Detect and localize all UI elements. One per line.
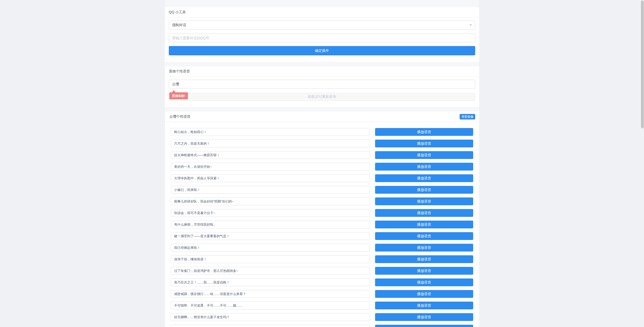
voice-line-text[interactable]: 小贼们，我来啦！ — [171, 186, 370, 194]
qq-tool-title: QQ 小工具 — [169, 10, 186, 15]
voice-line-text[interactable] — [171, 325, 370, 327]
voice-line-row: 我已经燃起来啦！ 播放语音 — [171, 244, 473, 252]
play-voice-button[interactable]: 播放语音 — [375, 267, 473, 275]
refresh-query-wrap: 英雄名称! 刷新后可重新查询 — [169, 93, 475, 101]
play-voice-button[interactable]: 播放语音 — [375, 232, 473, 240]
play-voice-button[interactable]: 播放语音 — [375, 290, 473, 298]
voice-line-text[interactable]: 戒骄戒躁，慎言慎行……哈……后面是什么来着？ — [171, 290, 370, 298]
voice-line-row: 小贼们，我来啦！ 播放语音 — [171, 186, 473, 194]
voice-line-text[interactable]: 有什么麻烦，尽管找我好啦。 — [171, 221, 370, 228]
voice-line-row: 保持干劲，继续前进！ 播放语音 — [171, 255, 473, 263]
voice-line-row: 过了朱雀门，就是鸿胪寺，那儿可热闹得多~ 播放语音 — [171, 267, 473, 275]
confirm-action-button[interactable]: 确定操作 — [169, 46, 475, 55]
voice-line-text[interactable]: 掠火神枪最终式——燎原百斩！ — [171, 151, 370, 159]
play-voice-button[interactable] — [375, 325, 473, 327]
hero-voice-card-body: 英雄名称! 刷新后可重新查询 — [165, 77, 479, 107]
voice-line-row: 戒骄戒躁，慎言慎行……哈……后面是什么来着？ 播放语音 — [171, 290, 473, 298]
voice-line-list: 枪心如火，枪如我心！ 播放语音 六尺之内，我是无敌的！ 播放语音 掠火神枪最终式… — [165, 122, 479, 327]
play-voice-button[interactable]: 播放语音 — [375, 302, 473, 309]
voice-line-text[interactable]: 美好的一天，从巡街开始~ — [171, 163, 370, 171]
qq-tool-card-body: 强制对话 确定操作 — [165, 18, 479, 62]
voice-line-row: 有什么麻烦，尽管找我好啦。 播放语音 — [171, 221, 473, 228]
play-voice-button[interactable]: 播放语音 — [375, 128, 473, 136]
action-select[interactable]: 强制对话 — [169, 21, 475, 30]
voice-line-text[interactable]: 好无聊啊……都没有什么案子发生吗？ — [171, 313, 370, 321]
hero-voice-title: 英雄个性语音 — [169, 69, 190, 74]
play-voice-button[interactable]: 播放语音 — [375, 313, 473, 321]
content-column: QQ 小工具 强制对话 确定操作 英雄个性语音 英雄名称! 刷新后可重新查询 — [165, 0, 479, 327]
voice-line-row-partial — [171, 325, 473, 327]
scrollbar-thumb[interactable] — [641, 1, 644, 128]
voice-line-row: 掠火神枪最终式——燎原百斩！ 播放语音 — [171, 151, 473, 159]
voice-line-row: 好无聊啊……都没有什么案子发生吗？ 播放语音 — [171, 313, 473, 321]
voice-line-row: 不可喧哗、不可追逐、不可……不可……额…… 播放语音 — [171, 302, 473, 309]
voice-list-title: 云缨个性语音 — [169, 114, 190, 119]
play-voice-button[interactable]: 播放语音 — [375, 221, 473, 228]
voice-line-row: 美好的一天，从巡街开始~ 播放语音 — [171, 163, 473, 171]
voice-line-row: 枪心如火，枪如我心！ 播放语音 — [171, 128, 473, 136]
play-voice-button[interactable]: 播放语音 — [375, 151, 473, 159]
voice-line-text[interactable]: 别误会，我可不是暴力分子~ — [171, 209, 370, 217]
play-voice-button[interactable]: 播放语音 — [375, 209, 473, 217]
voice-line-text[interactable]: 六尺之内，我是无敌的！ — [171, 140, 370, 147]
action-select-value: 强制对话 — [172, 23, 186, 27]
voice-line-text[interactable]: 我已经燃起来啦！ — [171, 244, 370, 252]
voice-line-text[interactable]: 保持干劲，继续前进！ — [171, 255, 370, 263]
view-image-button[interactable]: 查看图像 — [460, 114, 475, 119]
voice-list-card-header: 云缨个性语音 查看图像 — [165, 112, 479, 122]
play-voice-button[interactable]: 播放语音 — [375, 186, 473, 194]
voice-line-text[interactable]: 闹事儿的排好队，我会好好“照顾”你们的~ — [171, 197, 370, 205]
refresh-query-button-disabled: 刷新后可重新查询 — [169, 93, 475, 101]
voice-line-text[interactable]: 嘘！感受到了——是大案要案的气息！ — [171, 232, 370, 240]
voice-line-row: 六尺之内，我是无敌的！ 播放语音 — [171, 140, 473, 147]
voice-line-text[interactable]: 过了朱雀门，就是鸿胪寺，那儿可热闹得多~ — [171, 267, 370, 275]
voice-line-row: 闹事儿的排好队，我会好好“照顾”你们的~ 播放语音 — [171, 197, 473, 205]
voice-line-text[interactable]: 大理寺执勤中，闲杂人等回避！ — [171, 174, 370, 182]
play-voice-button[interactable]: 播放语音 — [375, 163, 473, 171]
voice-line-text[interactable]: 吾乃百兵之王！……我……我是说枪！ — [171, 278, 370, 286]
play-voice-button[interactable]: 播放语音 — [375, 197, 473, 205]
chevron-down-icon — [469, 24, 472, 26]
hero-name-input[interactable] — [169, 80, 475, 89]
play-voice-button[interactable]: 播放语音 — [375, 255, 473, 263]
play-voice-button[interactable]: 播放语音 — [375, 174, 473, 182]
play-voice-button[interactable]: 播放语音 — [375, 278, 473, 286]
voice-list-card: 云缨个性语音 查看图像 枪心如火，枪如我心！ 播放语音 六尺之内，我是无敌的！ … — [165, 112, 479, 327]
voice-line-row: 别误会，我可不是暴力分子~ 播放语音 — [171, 209, 473, 217]
qq-number-input[interactable] — [169, 33, 475, 42]
play-voice-button[interactable]: 播放语音 — [375, 140, 473, 147]
voice-line-text[interactable]: 枪心如火，枪如我心！ — [171, 128, 370, 136]
voice-line-row: 吾乃百兵之王！……我……我是说枪！ 播放语音 — [171, 278, 473, 286]
voice-line-text[interactable]: 不可喧哗、不可追逐、不可……不可……额…… — [171, 302, 370, 309]
validation-tooltip: 英雄名称! — [169, 92, 188, 99]
voice-line-row: 嘘！感受到了——是大案要案的气息！ 播放语音 — [171, 232, 473, 240]
qq-tool-card-header: QQ 小工具 — [165, 7, 479, 18]
hero-voice-card: 英雄个性语音 英雄名称! 刷新后可重新查询 — [165, 66, 479, 107]
voice-line-row: 大理寺执勤中，闲杂人等回避！ 播放语音 — [171, 174, 473, 182]
hero-voice-card-header: 英雄个性语音 — [165, 66, 479, 77]
qq-tool-card: QQ 小工具 强制对话 确定操作 — [165, 7, 479, 62]
refresh-query-placeholder: 刷新后可重新查询 — [308, 95, 336, 99]
play-voice-button[interactable]: 播放语音 — [375, 244, 473, 252]
